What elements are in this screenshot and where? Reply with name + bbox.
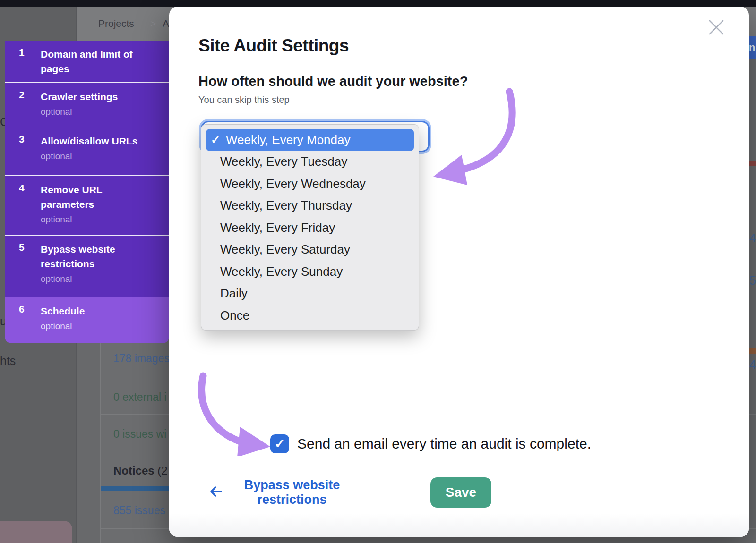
step-title: Schedule	[41, 305, 85, 316]
breadcrumb-chevron-icon: >	[150, 18, 156, 29]
schedule-question: How often should we audit your website?	[198, 74, 468, 89]
step-allow-disallow-urls[interactable]: 3 Allow/disallow URLsoptional	[5, 127, 169, 176]
schedule-dropdown-menu: ✓ Weekly, Every Monday Weekly, Every Tue…	[201, 124, 419, 331]
step-number: 5	[5, 242, 41, 297]
step-text: Scheduleoptional	[41, 304, 169, 343]
email-checkbox[interactable]: ✓	[270, 434, 289, 453]
step-text: Remove URL parametersoptional	[41, 182, 169, 235]
arrow-left-icon[interactable]	[209, 485, 223, 498]
menu-option-label: Weekly, Every Thursday	[220, 198, 352, 213]
step-optional-label: optional	[41, 214, 169, 225]
check-icon: ✓	[211, 133, 224, 146]
step-title: Bypass website restrictions	[41, 244, 115, 269]
step-text: Bypass website restrictionsoptional	[41, 242, 169, 297]
menu-option-weekly-saturday[interactable]: Weekly, Every Saturday	[201, 239, 419, 261]
menu-option-once[interactable]: Once	[201, 305, 419, 327]
site-audit-settings-modal: Site Audit Settings How often should we …	[169, 7, 749, 537]
bg-row-0-issues[interactable]: 0 issues wi	[113, 428, 166, 441]
menu-option-weekly-monday[interactable]: ✓ Weekly, Every Monday	[206, 129, 414, 151]
menu-option-label: Weekly, Every Friday	[220, 221, 335, 235]
bypass-website-restrictions-link[interactable]: Bypass website restrictions	[240, 478, 344, 507]
step-title: Domain and limit of pages	[41, 47, 169, 82]
skip-step-note: You can skip this step	[198, 94, 290, 105]
step-crawler-settings[interactable]: 2 Crawler settingsoptional	[5, 83, 169, 127]
menu-option-label: Weekly, Every Monday	[226, 133, 350, 147]
bg-number-fragment: 4	[749, 358, 756, 372]
bg-row-178-images[interactable]: 178 images	[113, 352, 170, 365]
close-icon[interactable]	[707, 18, 726, 37]
step-number: 1	[5, 47, 41, 82]
bg-orange-bar-fragment	[749, 348, 756, 354]
check-icon: ✓	[275, 436, 285, 451]
step-text: Crawler settingsoptional	[41, 89, 169, 127]
bg-number-fragment: 5	[749, 274, 756, 288]
cutoff-text-hts: hts	[0, 354, 16, 368]
menu-option-weekly-wednesday[interactable]: Weekly, Every Wednesday	[201, 173, 419, 195]
bg-row-0-external[interactable]: 0 external i	[113, 391, 167, 404]
step-title: Crawler settings	[41, 91, 118, 102]
step-number: 6	[5, 304, 41, 343]
bg-number-fragment: 4	[749, 231, 756, 245]
bg-row-855-issues[interactable]: 855 issues	[113, 504, 165, 517]
modal-title: Site Audit Settings	[198, 36, 349, 56]
menu-option-weekly-sunday[interactable]: Weekly, Every Sunday	[201, 261, 419, 283]
menu-option-label: Once	[220, 308, 249, 323]
menu-option-weekly-thursday[interactable]: Weekly, Every Thursday	[201, 195, 419, 217]
menu-option-label: Weekly, Every Tuesday	[220, 154, 347, 169]
step-number: 4	[5, 182, 41, 235]
menu-option-label: Weekly, Every Sunday	[220, 264, 343, 279]
step-number: 2	[5, 89, 41, 127]
step-title: Remove URL parameters	[41, 184, 103, 210]
bg-red-bar-fragment	[749, 161, 756, 166]
step-optional-label: optional	[41, 106, 169, 118]
wizard-steps-sidebar: 1 Domain and limit of pages 2 Crawler se…	[5, 41, 169, 343]
step-text: Allow/disallow URLsoptional	[41, 134, 169, 175]
bg-blue-button-fragment[interactable]: np	[749, 36, 756, 59]
menu-option-daily[interactable]: Daily	[201, 283, 419, 305]
site-audit-settings-screen: Projects > A C u hts 178 images 0 extern…	[0, 0, 756, 543]
email-notification-row: ✓ Send an email every time an audit is c…	[270, 434, 591, 453]
menu-option-label: Weekly, Every Saturday	[220, 242, 350, 257]
step-number: 3	[5, 134, 41, 175]
step-optional-label: optional	[41, 321, 169, 332]
bg-pink-panel	[0, 521, 72, 543]
browser-top-bar	[0, 0, 756, 7]
email-checkbox-label: Send an email every time an audit is com…	[297, 436, 591, 452]
breadcrumb-projects[interactable]: Projects	[98, 18, 134, 29]
notices-count: (2	[155, 464, 168, 477]
step-remove-url-parameters[interactable]: 4 Remove URL parametersoptional	[5, 176, 169, 236]
menu-option-weekly-friday[interactable]: Weekly, Every Friday	[201, 217, 419, 239]
menu-option-label: Daily	[220, 286, 248, 301]
bg-row-notices: Notices (2	[113, 464, 168, 477]
step-schedule-active[interactable]: 6 Scheduleoptional	[5, 297, 169, 343]
save-button[interactable]: Save	[430, 477, 491, 508]
step-domain-and-limit[interactable]: 1 Domain and limit of pages	[5, 41, 169, 83]
menu-option-label: Weekly, Every Wednesday	[220, 177, 366, 191]
step-optional-label: optional	[41, 151, 169, 162]
step-bypass-website-restrictions[interactable]: 5 Bypass website restrictionsoptional	[5, 236, 169, 297]
step-optional-label: optional	[41, 273, 169, 285]
step-title: Allow/disallow URLs	[41, 136, 137, 146]
menu-option-weekly-tuesday[interactable]: Weekly, Every Tuesday	[201, 151, 419, 173]
notices-progress-bar	[101, 486, 170, 491]
breadcrumb-current: A	[163, 18, 169, 29]
modal-footer-band	[169, 513, 749, 537]
